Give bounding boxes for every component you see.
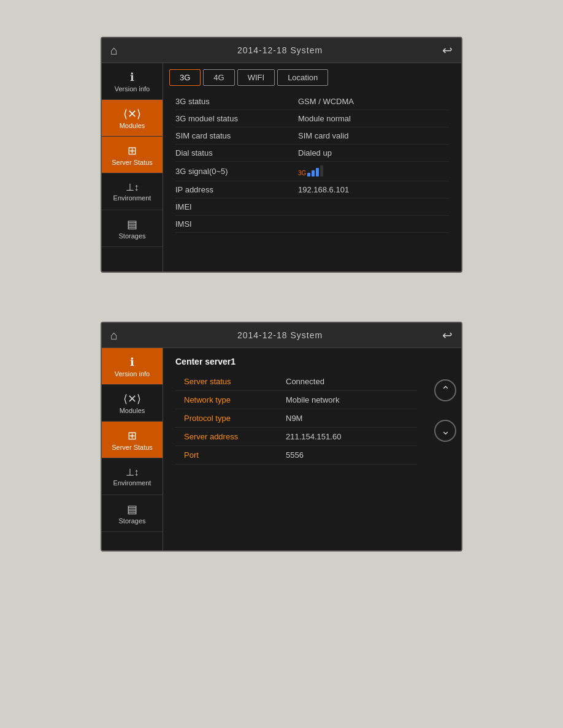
tab-location[interactable]: Location xyxy=(277,69,328,86)
modules-icon-2: ⟨✕⟩ xyxy=(123,392,141,406)
info-icon: ℹ xyxy=(130,70,134,84)
value-dial-status: Dialed up xyxy=(298,148,332,157)
tab-3g[interactable]: 3G xyxy=(169,69,201,86)
row-3g-module-status: 3G moduel status Module normal xyxy=(175,110,449,127)
modules-icon: ⟨✕⟩ xyxy=(123,107,141,121)
signal-icon: 3G xyxy=(298,165,324,176)
screen1-main: 3G 4G WIFI Location 3G status GSM / WCDM… xyxy=(163,63,461,271)
sidebar2-server-label: Server Status xyxy=(112,444,153,451)
server-status-icon: ⊞ xyxy=(128,144,137,157)
server-area: Center server1 Server status Connected N… xyxy=(163,348,461,473)
server-label-status: Server status xyxy=(175,377,286,386)
tab-wifi[interactable]: WIFI xyxy=(237,69,275,86)
server-row-network: Network type Mobile network xyxy=(175,391,417,409)
sidebar-item-environment[interactable]: ⊥↕ Environment xyxy=(102,173,163,210)
sidebar2-version-label: Version info xyxy=(115,370,150,377)
value-sim-card-status: SIM card valid xyxy=(298,131,348,140)
server-label-protocol: Protocol type xyxy=(175,414,286,423)
storages-icon: ▤ xyxy=(127,218,137,231)
server-value-address: 211.154.151.60 xyxy=(286,432,341,441)
label-ip-address: IP address xyxy=(175,185,298,194)
sidebar2-item-storages[interactable]: ▤ Storages xyxy=(102,495,163,532)
info-section: 3G status GSM / WCDMA 3G moduel status M… xyxy=(163,86,461,240)
environment-icon-2: ⊥↕ xyxy=(126,466,139,478)
label-3g-module-status: 3G moduel status xyxy=(175,114,298,123)
storages-icon-2: ▤ xyxy=(127,502,137,516)
screen1-tabs: 3G 4G WIFI Location xyxy=(163,63,461,86)
row-3g-signal: 3G signal(0~5) 3G xyxy=(175,162,449,181)
screen2: ⌂ 2014-12-18 System ↩ ℹ Version info ⟨✕⟩… xyxy=(101,322,462,552)
sidebar-environment-label: Environment xyxy=(113,194,151,202)
row-imei: IMEI xyxy=(175,199,449,216)
server-row-address: Server address 211.154.151.60 xyxy=(175,428,417,446)
server-value-port: 5556 xyxy=(286,450,304,460)
value-3g-status: GSM / WCDMA xyxy=(298,97,354,106)
screen2-content: ℹ Version info ⟨✕⟩ Modules ⊞ Server Stat… xyxy=(102,348,461,550)
scroll-controls: ⌃ ⌄ xyxy=(429,348,461,473)
value-ip-address: 192.168.6.101 xyxy=(298,185,349,194)
svg-rect-2 xyxy=(316,168,319,176)
label-3g-signal: 3G signal(0~5) xyxy=(175,167,298,176)
sidebar2-item-environment[interactable]: ⊥↕ Environment xyxy=(102,458,163,495)
svg-rect-1 xyxy=(312,170,315,176)
back-icon-2[interactable]: ↩ xyxy=(442,328,453,343)
signal-bars-svg xyxy=(307,165,324,176)
screen1-title: 2014-12-18 System xyxy=(237,45,323,55)
server-value-protocol: N9M xyxy=(286,414,302,423)
screen2-title: 2014-12-18 System xyxy=(237,330,323,340)
screen2-header: ⌂ 2014-12-18 System ↩ xyxy=(102,323,461,348)
server-row-protocol: Protocol type N9M xyxy=(175,409,417,428)
sidebar-item-storages[interactable]: ▤ Storages xyxy=(102,210,163,247)
label-sim-card-status: SIM card status xyxy=(175,131,298,140)
row-sim-card-status: SIM card status SIM card valid xyxy=(175,127,449,145)
row-ip-address: IP address 192.168.6.101 xyxy=(175,181,449,199)
label-imsi: IMSI xyxy=(175,219,298,229)
server-value-network: Mobile network xyxy=(286,395,339,404)
row-3g-status: 3G status GSM / WCDMA xyxy=(175,93,449,110)
screen2-sidebar: ℹ Version info ⟨✕⟩ Modules ⊞ Server Stat… xyxy=(102,348,163,550)
row-imsi: IMSI xyxy=(175,216,449,233)
row-dial-status: Dial status Dialed up xyxy=(175,145,449,162)
environment-icon: ⊥↕ xyxy=(126,181,139,193)
server-content: Center server1 Server status Connected N… xyxy=(163,348,429,473)
label-imei: IMEI xyxy=(175,202,298,211)
screen1-content: ℹ Version info ⟨✕⟩ Modules ⊞ Server Stat… xyxy=(102,63,461,271)
sidebar-item-server-status[interactable]: ⊞ Server Status xyxy=(102,137,163,173)
sidebar2-item-version-info[interactable]: ℹ Version info xyxy=(102,348,163,385)
screen1-sidebar: ℹ Version info ⟨✕⟩ Modules ⊞ Server Stat… xyxy=(102,63,163,271)
server-title: Center server1 xyxy=(175,357,417,366)
server-label-address: Server address xyxy=(175,432,286,441)
server-row-port: Port 5556 xyxy=(175,446,417,464)
sidebar-server-label: Server Status xyxy=(112,159,153,166)
server-label-port: Port xyxy=(175,450,286,460)
screen1: ⌂ 2014-12-18 System ↩ ℹ Version info ⟨✕⟩… xyxy=(101,37,462,273)
svg-rect-0 xyxy=(307,173,310,176)
value-3g-signal: 3G xyxy=(298,165,326,177)
sidebar-item-version-info[interactable]: ℹ Version info xyxy=(102,63,163,100)
server-label-network: Network type xyxy=(175,395,286,404)
server-main: Center server1 Server status Connected N… xyxy=(163,348,429,473)
screen1-header: ⌂ 2014-12-18 System ↩ xyxy=(102,38,461,63)
sidebar-storages-label: Storages xyxy=(118,232,145,240)
scroll-down-button[interactable]: ⌄ xyxy=(434,420,456,442)
sidebar2-storages-label: Storages xyxy=(118,517,145,525)
tab-4g[interactable]: 4G xyxy=(203,69,234,86)
sidebar2-item-modules[interactable]: ⟨✕⟩ Modules xyxy=(102,385,163,422)
home-icon-2[interactable]: ⌂ xyxy=(110,328,118,343)
label-dial-status: Dial status xyxy=(175,148,298,157)
server-row-status: Server status Connected xyxy=(175,373,417,391)
scroll-up-button[interactable]: ⌃ xyxy=(434,379,456,401)
svg-rect-3 xyxy=(320,165,323,176)
sidebar-modules-label: Modules xyxy=(120,122,145,129)
sidebar-version-label: Version info xyxy=(115,85,150,93)
info-icon-2: ℹ xyxy=(130,355,134,369)
server-value-status: Connected xyxy=(286,377,324,386)
home-icon[interactable]: ⌂ xyxy=(110,44,118,58)
server-status-icon-2: ⊞ xyxy=(128,429,137,442)
sidebar-item-modules[interactable]: ⟨✕⟩ Modules xyxy=(102,100,163,137)
back-icon[interactable]: ↩ xyxy=(442,43,453,58)
sidebar2-item-server-status[interactable]: ⊞ Server Status xyxy=(102,422,163,458)
value-3g-module-status: Module normal xyxy=(298,114,351,123)
sidebar2-environment-label: Environment xyxy=(113,479,151,487)
screen2-main: Center server1 Server status Connected N… xyxy=(163,348,461,550)
